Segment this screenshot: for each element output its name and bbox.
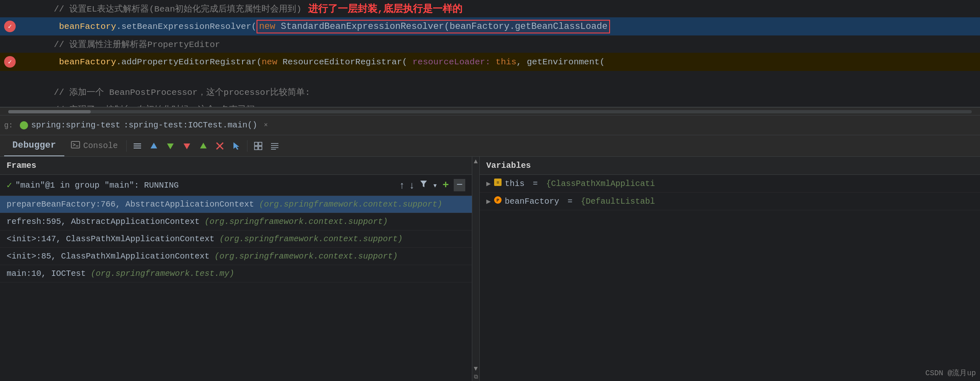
toolbar-btn-grid[interactable]	[251, 139, 266, 153]
toolbar-btn-lines[interactable]	[130, 139, 145, 153]
frame-item-4[interactable]: <init>:85, ClassPathXmlApplicationContex…	[0, 248, 472, 265]
svg-marker-20	[420, 181, 427, 187]
tab-prefix: g:	[4, 121, 13, 129]
frame-item-3[interactable]: <init>:147, ClassPathXmlApplicationConte…	[0, 230, 472, 248]
svg-marker-5	[151, 143, 157, 148]
toolbar-btn-down-red[interactable]	[179, 139, 194, 153]
frame-class-4: (org.springframework.context.support)	[210, 252, 398, 261]
frame-method-3: <init>:147, ClassPathXmlApplicationConte…	[7, 234, 214, 244]
variables-panel: Variables ▶ ≡ this = {ClassPathXmlApplic…	[480, 157, 980, 381]
svg-marker-7	[184, 143, 190, 149]
breakpoint-2	[4, 56, 16, 68]
tab-console[interactable]: Console	[66, 135, 123, 156]
toolbar-btn-cross-red[interactable]	[212, 139, 227, 153]
svg-marker-11	[233, 142, 239, 150]
code-line-5	[0, 71, 980, 83]
frame-item-5[interactable]: main:10, IOCTest (org.springframework.te…	[0, 265, 472, 282]
toolbar: Debugger Console	[0, 135, 980, 157]
tab-spring-label: spring:spring-test	[31, 120, 120, 130]
expand-icon-beanfactory[interactable]: ▶	[486, 197, 491, 206]
tab-bar: g: spring:spring-test :spring-test:IOCTe…	[0, 115, 980, 135]
separator-2	[247, 140, 247, 152]
frame-method-5: main:10, IOCTest	[7, 269, 86, 278]
scroll-copy-icon[interactable]: ⧉	[474, 373, 478, 380]
annotation-text-1: 进行了一层封装,底层执行是一样的	[308, 2, 462, 15]
thread-arrows: ↑ ↓ ▾ + −	[400, 179, 465, 191]
scroll-down-arrow[interactable]: ▼	[473, 365, 479, 372]
code-line-7: // 实现了A 控制台 在初始化时候，这个 名声已闻	[0, 101, 980, 107]
code-line-2: beanFactory.setBeanExpressionResolver( n…	[0, 17, 980, 35]
variables-header: Variables	[480, 157, 980, 175]
expand-icon-this[interactable]: ▶	[486, 179, 491, 188]
comment-text-3: // 设置属性注册解析器PropertyEditor	[33, 38, 220, 50]
spring-icon	[20, 121, 28, 129]
code-editor: // 设置EL表达式解析器(Bean初始化完成后填充属性时会用到) 进行了一层封…	[0, 0, 980, 107]
highlight-box-new: new StandardBeanExpressionResolver(beanF…	[257, 20, 610, 33]
console-label: Console	[83, 141, 118, 151]
breakpoint-1	[4, 21, 16, 32]
frames-scroll[interactable]: ▲ ▼ ⧉	[472, 157, 480, 381]
var-equals-beanfactory: =	[563, 197, 577, 206]
tab-bracket-content: :spring-test:IOCTest.main()	[124, 120, 257, 130]
code-line-3: // 设置属性注册解析器PropertyEditor	[0, 35, 980, 53]
svg-rect-14	[254, 146, 258, 150]
scroll-up-arrow[interactable]: ▲	[473, 158, 479, 165]
thread-arrow-up[interactable]: ↑	[400, 179, 405, 191]
thread-arrow-down[interactable]: ↓	[410, 179, 415, 191]
svg-marker-6	[167, 143, 174, 149]
frame-item-1[interactable]: prepareBeanFactory:766, AbstractApplicat…	[0, 196, 472, 213]
var-name-this: this	[505, 179, 525, 188]
console-icon	[71, 141, 80, 151]
frame-class-3: (org.springframework.context.support)	[214, 234, 403, 244]
comment-text-1: // 设置EL表达式解析器(Bean初始化完成后填充属性时会用到)	[33, 3, 302, 14]
var-item-beanfactory: ▶ P beanFactory = {DefaultListabl	[480, 193, 980, 210]
code-line-1: // 设置EL表达式解析器(Bean初始化完成后填充属性时会用到) 进行了一层封…	[0, 0, 980, 17]
code-line-4: beanFactory.addPropertyEditorRegistrar(n…	[0, 53, 980, 71]
code-lines: // 设置EL表达式解析器(Bean初始化完成后填充属性时会用到) 进行了一层封…	[0, 0, 980, 107]
toolbar-btn-cursor[interactable]	[229, 139, 244, 153]
thread-item: ✓ "main"@1 in group "main": RUNNING ↑ ↓ …	[0, 175, 472, 196]
toolbar-btn-down-green[interactable]	[163, 139, 178, 153]
comment-text-7: // 实现了A 控制台 在初始化时候，这个 名声已闻	[33, 103, 255, 107]
code-text-4: beanFactory.addPropertyEditorRegistrar(n…	[33, 57, 605, 67]
debug-tab[interactable]: spring:spring-test :spring-test:IOCTest.…	[13, 115, 275, 135]
frame-method-4: <init>:85, ClassPathXmlApplicationContex…	[7, 252, 210, 261]
comment-text-6: // 添加一个 BeanPostProcessor，这个processor比较简…	[33, 86, 310, 98]
thread-label: "main"@1 in group "main": RUNNING	[15, 181, 179, 190]
svg-rect-12	[254, 142, 258, 146]
var-icon-this: ≡	[494, 179, 502, 188]
minus-icon: −	[454, 179, 465, 191]
var-icon-beanfactory: P	[494, 196, 502, 206]
code-text-2: beanFactory.setBeanExpressionResolver(	[33, 22, 257, 31]
frame-method-2: refresh:595, AbstractApplicationContext	[7, 217, 200, 226]
frames-header: Frames	[0, 157, 472, 175]
frame-class-5: (org.springframework.test.my)	[86, 269, 234, 278]
frame-class-1: (org.springframework.context.support)	[254, 200, 442, 209]
svg-text:P: P	[497, 198, 499, 203]
separator-1	[126, 140, 127, 152]
horizontal-scrollbar[interactable]	[0, 107, 980, 115]
filter-icon	[419, 180, 428, 191]
svg-rect-13	[259, 142, 262, 146]
toolbar-btn-list[interactable]	[267, 139, 282, 153]
frame-method-1: prepareBeanFactory:766, AbstractApplicat…	[7, 200, 254, 209]
debug-panel: Frames ✓ "main"@1 in group "main": RUNNI…	[0, 157, 980, 381]
var-value-beanfactory: {DefaultListabl	[581, 197, 655, 206]
toolbar-btn-up-green[interactable]	[196, 139, 211, 153]
svg-rect-15	[259, 146, 262, 150]
var-equals-this: =	[528, 179, 543, 188]
tab-close-btn[interactable]: ×	[264, 122, 268, 129]
toolbar-btn-up-blue[interactable]	[146, 139, 161, 153]
plus-icon: +	[443, 179, 449, 191]
var-name-beanfactory: beanFactory	[505, 197, 559, 206]
frames-panel: Frames ✓ "main"@1 in group "main": RUNNI…	[0, 157, 472, 381]
code-line-6: // 添加一个 BeanPostProcessor，这个processor比较简…	[0, 83, 980, 101]
var-value-this: {ClassPathXmlApplicati	[546, 179, 655, 188]
check-icon: ✓	[7, 180, 12, 191]
svg-text:≡: ≡	[497, 180, 499, 185]
watermark: CSDN @流月up	[926, 368, 976, 378]
debugger-label: Debugger	[12, 140, 56, 151]
frame-item-2[interactable]: refresh:595, AbstractApplicationContext …	[0, 213, 472, 230]
tab-debugger[interactable]: Debugger	[4, 135, 64, 156]
svg-marker-8	[200, 143, 207, 148]
